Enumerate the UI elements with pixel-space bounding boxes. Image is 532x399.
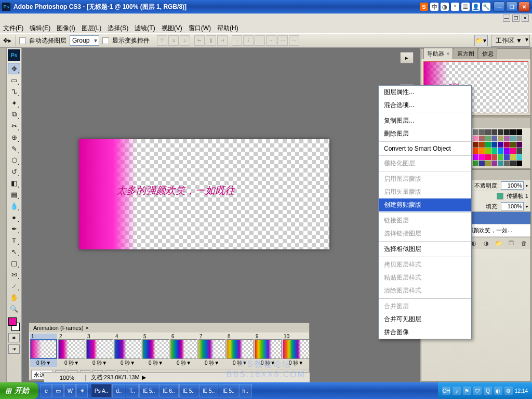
task-button[interactable]: T.. (126, 384, 139, 397)
align-bottom[interactable]: ⊥ (180, 35, 190, 46)
swatch[interactable] (510, 129, 516, 135)
task-button[interactable]: IE 5.. (139, 384, 158, 397)
frame-4[interactable]: 40 秒▼ (114, 334, 141, 367)
align-vcenter[interactable]: ≡ (168, 35, 179, 46)
move-tool[interactable]: ✥ (8, 63, 20, 74)
swatch[interactable] (473, 136, 478, 141)
swatch[interactable] (479, 129, 485, 135)
ime-lang[interactable]: 中 (430, 3, 438, 11)
swatch[interactable] (498, 161, 503, 166)
swatch[interactable] (491, 161, 497, 166)
canvas-area[interactable]: 太多的强颜欢笑，一如既往 Animation (Frames)× 10 秒▼20… (22, 48, 420, 382)
quickmask-button[interactable]: ◙ (8, 333, 20, 342)
task-button[interactable]: Ps A.. (91, 384, 112, 397)
dist-5[interactable]: ⋯ (277, 35, 288, 46)
menu-layer[interactable]: 图层(L) (82, 24, 102, 33)
tray-icon-4[interactable]: Q (484, 387, 492, 395)
ime-shape[interactable]: ◑ (441, 3, 449, 11)
stamp-tool[interactable]: ⬡ (8, 154, 20, 166)
adjustment-layer-icon[interactable]: ◑ (482, 239, 491, 247)
swatch[interactable] (491, 148, 497, 154)
swatch[interactable] (473, 161, 478, 166)
task-button[interactable]: IE 5.. (199, 384, 218, 397)
ime-punct[interactable]: ° (451, 3, 459, 11)
crop-tool[interactable]: ⧉ (8, 109, 20, 120)
swatch[interactable] (485, 136, 491, 141)
menu-edit[interactable]: 编辑(E) (30, 24, 50, 33)
tab-histogram[interactable]: 直方图 (454, 48, 478, 59)
propagate-checkbox[interactable] (497, 193, 503, 200)
swatch[interactable] (491, 129, 497, 135)
dist-6[interactable]: ⋯ (289, 35, 299, 46)
tab-info[interactable]: 信息 (478, 48, 497, 59)
ctx-复制图层...[interactable]: 复制图层... (379, 114, 471, 127)
auto-select-mode[interactable]: Group (70, 35, 99, 46)
group-icon[interactable]: 📁 (494, 239, 503, 247)
menu-help[interactable]: 帮助(H) (217, 24, 238, 33)
swatch[interactable] (473, 129, 478, 135)
doc-close[interactable]: ✕ (522, 15, 529, 22)
task-button[interactable]: h.. (239, 384, 252, 397)
swatch[interactable] (485, 148, 491, 154)
swatch[interactable] (504, 136, 510, 141)
ql-ie-icon[interactable]: e (41, 384, 52, 397)
frame-10[interactable]: 100 秒▼ (283, 334, 309, 367)
swatch[interactable] (516, 154, 522, 160)
menu-view[interactable]: 视图(V) (162, 24, 182, 33)
swatch[interactable] (485, 142, 491, 148)
go-bridge-icon[interactable]: 📁▾ (474, 35, 488, 46)
swatch[interactable] (485, 154, 491, 160)
color-swatches[interactable] (7, 317, 21, 331)
swatch[interactable] (479, 142, 485, 148)
ime-keyboard[interactable]: ☰ (461, 3, 470, 11)
move-tool-icon[interactable]: ✥▸ (2, 34, 12, 47)
menu-filter[interactable]: 滤镜(T) (135, 24, 155, 33)
ql-word-icon[interactable]: W (64, 384, 76, 397)
dist-1[interactable]: ⋮ (232, 35, 242, 46)
swatch[interactable] (479, 136, 485, 141)
align-left[interactable]: ⊢ (194, 35, 205, 46)
swatch[interactable] (504, 148, 510, 154)
task-button[interactable]: IE 5.. (179, 384, 198, 397)
align-right[interactable]: ⊣ (217, 35, 228, 46)
swatch[interactable] (491, 136, 497, 141)
lasso-tool[interactable]: ᔐ (8, 86, 20, 97)
swatch[interactable] (498, 142, 503, 148)
shape-tool[interactable]: ▢ (8, 257, 20, 269)
eraser-tool[interactable]: ◧ (8, 177, 20, 189)
auto-select-checkbox[interactable] (19, 37, 26, 44)
frame-6[interactable]: 60 秒▼ (170, 334, 197, 367)
align-top[interactable]: ⊤ (157, 35, 167, 46)
menu-file[interactable]: 文件(F) (3, 24, 23, 33)
heal-tool[interactable]: ⊕ (8, 131, 20, 143)
swatch[interactable] (510, 154, 516, 160)
pen-tool[interactable]: ✒ (8, 223, 20, 234)
ctx-混合选项...[interactable]: 混合选项... (379, 99, 471, 112)
close-icon[interactable]: × (86, 325, 89, 331)
swatch[interactable] (498, 136, 503, 141)
swatch[interactable] (485, 161, 491, 166)
swatch[interactable] (479, 154, 485, 160)
task-button[interactable]: d.. (112, 384, 125, 397)
type-tool[interactable]: T (8, 234, 20, 246)
dist-3[interactable]: ⋮ (255, 35, 265, 46)
swatch[interactable] (504, 129, 510, 135)
swatch[interactable] (498, 148, 503, 154)
gradient-tool[interactable]: ▤ (8, 189, 20, 200)
swatch[interactable] (504, 154, 510, 160)
swatch[interactable] (510, 142, 516, 148)
swatch[interactable] (510, 148, 516, 154)
swatch[interactable] (516, 142, 522, 148)
tray-lang[interactable]: CH (442, 387, 450, 395)
swatch[interactable] (504, 161, 510, 166)
fill-input[interactable]: 100% (501, 202, 524, 210)
notes-tool[interactable]: ✉ (8, 269, 20, 280)
tray-icon-3[interactable]: 🛡 (473, 387, 482, 395)
ctx-删除图层[interactable]: 删除图层 (379, 127, 471, 140)
ctx-选择相似图层[interactable]: 选择相似图层 (379, 243, 471, 256)
delete-layer-icon[interactable]: 🗑 (519, 239, 528, 247)
zoom-field[interactable]: 100% (44, 375, 86, 381)
sogou-icon[interactable]: S (420, 3, 428, 11)
workspace-selector[interactable]: 工作区 ▼ (491, 35, 530, 47)
tray-clock[interactable]: 12:14 (515, 388, 528, 394)
